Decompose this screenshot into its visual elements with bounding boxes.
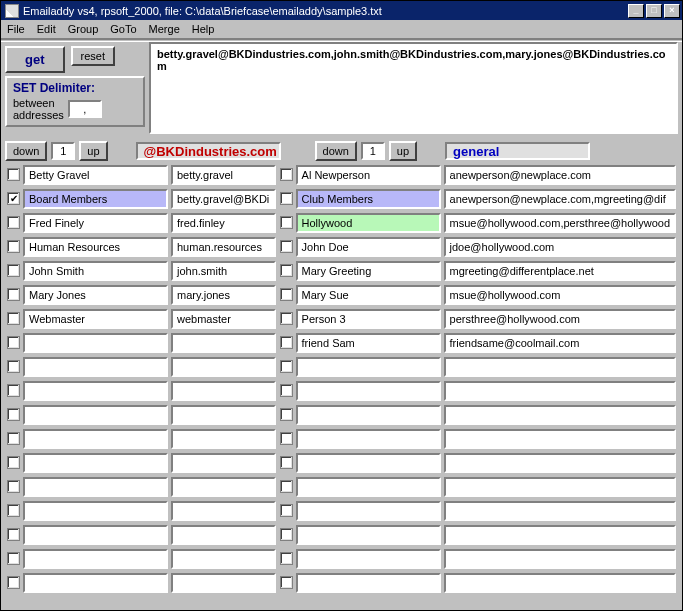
right-row-name[interactable] — [296, 573, 441, 593]
left-row-value[interactable] — [171, 381, 276, 401]
reset-button[interactable]: reset — [71, 46, 115, 66]
left-row-name[interactable] — [23, 381, 168, 401]
left-row-name[interactable] — [23, 357, 168, 377]
right-row-value[interactable] — [444, 453, 676, 473]
left-row-name[interactable] — [23, 405, 168, 425]
right-row-checkbox[interactable] — [280, 528, 293, 541]
right-row-checkbox[interactable] — [280, 336, 293, 349]
right-row-name[interactable]: Al Newperson — [296, 165, 441, 185]
right-row-value[interactable]: jdoe@hollywood.com — [444, 237, 676, 257]
right-row-value[interactable]: friendsame@coolmail.com — [444, 333, 676, 353]
left-row-name[interactable]: Fred Finely — [23, 213, 168, 233]
left-row-value[interactable]: betty.gravel@BKDi — [171, 189, 276, 209]
left-row-value[interactable] — [171, 333, 276, 353]
right-row-value[interactable] — [444, 501, 676, 521]
right-row-checkbox[interactable] — [280, 264, 293, 277]
left-row-checkbox[interactable] — [7, 192, 20, 205]
right-row-name[interactable]: Hollywood — [296, 213, 441, 233]
right-row-checkbox[interactable] — [280, 192, 293, 205]
minimize-button[interactable]: _ — [628, 4, 644, 18]
left-row-checkbox[interactable] — [7, 576, 20, 589]
right-row-checkbox[interactable] — [280, 384, 293, 397]
menu-group[interactable]: Group — [68, 23, 99, 35]
left-row-checkbox[interactable] — [7, 504, 20, 517]
right-row-name[interactable] — [296, 405, 441, 425]
left-row-value[interactable] — [171, 429, 276, 449]
right-row-value[interactable]: anewperson@newplace.com,mgreeting@dif — [444, 189, 676, 209]
left-row-checkbox[interactable] — [7, 552, 20, 565]
right-row-value[interactable]: msue@hollywood.com — [444, 285, 676, 305]
left-row-checkbox[interactable] — [7, 264, 20, 277]
get-button[interactable]: get — [5, 46, 65, 73]
right-row-name[interactable]: Club Members — [296, 189, 441, 209]
right-row-name[interactable] — [296, 429, 441, 449]
left-row-value[interactable] — [171, 405, 276, 425]
left-row-name[interactable]: Webmaster — [23, 309, 168, 329]
right-row-checkbox[interactable] — [280, 552, 293, 565]
left-row-name[interactable] — [23, 501, 168, 521]
right-row-name[interactable]: John Doe — [296, 237, 441, 257]
right-row-checkbox[interactable] — [280, 240, 293, 253]
menu-help[interactable]: Help — [192, 23, 215, 35]
left-row-name[interactable] — [23, 333, 168, 353]
left-row-checkbox[interactable] — [7, 360, 20, 373]
left-row-value[interactable] — [171, 357, 276, 377]
right-row-value[interactable]: persthree@hollywood.com — [444, 309, 676, 329]
right-down-button[interactable]: down — [315, 141, 357, 161]
left-row-checkbox[interactable] — [7, 336, 20, 349]
left-row-value[interactable]: fred.finley — [171, 213, 276, 233]
left-row-checkbox[interactable] — [7, 384, 20, 397]
left-row-name[interactable] — [23, 549, 168, 569]
right-row-name[interactable]: friend Sam — [296, 333, 441, 353]
left-index-input[interactable] — [51, 142, 75, 160]
left-row-name[interactable]: Human Resources — [23, 237, 168, 257]
left-row-checkbox[interactable] — [7, 168, 20, 181]
right-row-value[interactable] — [444, 573, 676, 593]
right-row-name[interactable] — [296, 381, 441, 401]
right-row-value[interactable] — [444, 525, 676, 545]
right-row-value[interactable]: msue@hollywood.com,persthree@hollywood — [444, 213, 676, 233]
menu-file[interactable]: File — [7, 23, 25, 35]
left-row-value[interactable]: mary.jones — [171, 285, 276, 305]
right-row-checkbox[interactable] — [280, 480, 293, 493]
right-row-checkbox[interactable] — [280, 408, 293, 421]
right-row-value[interactable] — [444, 357, 676, 377]
left-row-name[interactable]: Betty Gravel — [23, 165, 168, 185]
left-row-name[interactable]: John Smith — [23, 261, 168, 281]
right-row-name[interactable]: Person 3 — [296, 309, 441, 329]
left-row-name[interactable]: Mary Jones — [23, 285, 168, 305]
right-row-checkbox[interactable] — [280, 456, 293, 469]
output-box[interactable]: betty.gravel@BKDindustries.com,john.smit… — [149, 42, 678, 134]
right-row-name[interactable] — [296, 549, 441, 569]
left-row-checkbox[interactable] — [7, 528, 20, 541]
left-row-value[interactable]: john.smith — [171, 261, 276, 281]
right-row-value[interactable] — [444, 549, 676, 569]
right-row-checkbox[interactable] — [280, 432, 293, 445]
left-row-checkbox[interactable] — [7, 240, 20, 253]
left-row-value[interactable] — [171, 477, 276, 497]
left-row-name[interactable] — [23, 477, 168, 497]
right-row-value[interactable] — [444, 405, 676, 425]
right-row-name[interactable] — [296, 501, 441, 521]
right-row-value[interactable]: mgreeting@differentplace.net — [444, 261, 676, 281]
left-row-checkbox[interactable] — [7, 456, 20, 469]
right-row-name[interactable] — [296, 357, 441, 377]
left-row-checkbox[interactable] — [7, 288, 20, 301]
right-row-name[interactable]: Mary Sue — [296, 285, 441, 305]
maximize-button[interactable]: □ — [646, 4, 662, 18]
right-row-checkbox[interactable] — [280, 312, 293, 325]
right-row-checkbox[interactable] — [280, 504, 293, 517]
right-row-value[interactable] — [444, 477, 676, 497]
left-row-checkbox[interactable] — [7, 216, 20, 229]
left-row-checkbox[interactable] — [7, 408, 20, 421]
left-row-name[interactable] — [23, 525, 168, 545]
left-row-value[interactable] — [171, 573, 276, 593]
left-row-name[interactable]: Board Members — [23, 189, 168, 209]
right-row-name[interactable] — [296, 525, 441, 545]
menu-edit[interactable]: Edit — [37, 23, 56, 35]
right-row-value[interactable] — [444, 429, 676, 449]
left-up-button[interactable]: up — [79, 141, 107, 161]
right-row-checkbox[interactable] — [280, 168, 293, 181]
right-row-value[interactable] — [444, 381, 676, 401]
left-row-checkbox[interactable] — [7, 432, 20, 445]
